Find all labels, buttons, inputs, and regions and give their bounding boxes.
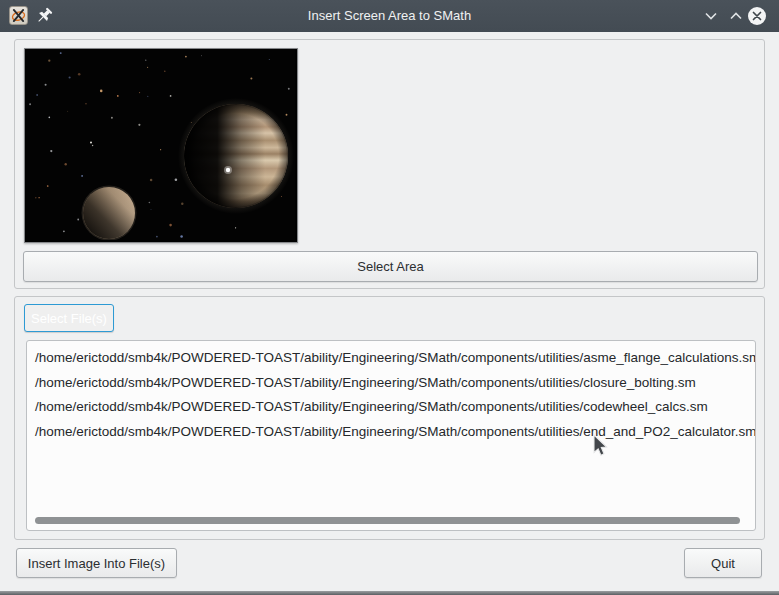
window-title: Insert Screen Area to SMath [0,0,779,32]
select-files-button[interactable]: Select File(s) [24,304,114,332]
list-item[interactable]: /home/erictodd/smb4k/POWDERED-TOAST/abil… [27,395,755,420]
insert-image-button[interactable]: Insert Image Into File(s) [16,548,177,578]
quit-button[interactable]: Quit [684,548,762,578]
pin-icon[interactable] [35,7,53,25]
screen-area-group: Select Area [14,39,765,289]
insert-screen-area-window: Insert Screen Area to SMath [0,0,779,595]
window-bottom-edge [0,591,779,595]
crescent-moon [82,186,137,241]
files-group: Select File(s) /home/erictodd/smb4k/POWD… [14,296,765,540]
close-icon [747,6,767,26]
moon-transit-dot [226,168,230,172]
list-item[interactable]: /home/erictodd/smb4k/POWDERED-TOAST/abil… [27,371,755,396]
minimize-button[interactable] [703,8,719,24]
space-preview-image [25,49,295,240]
captured-area-preview [24,48,298,243]
close-button[interactable] [747,6,767,26]
file-list-box[interactable]: /home/erictodd/smb4k/POWDERED-TOAST/abil… [26,340,756,531]
file-list: /home/erictodd/smb4k/POWDERED-TOAST/abil… [27,346,755,444]
app-menu-button[interactable] [9,6,28,25]
list-item[interactable]: /home/erictodd/smb4k/POWDERED-TOAST/abil… [27,346,755,371]
horizontal-scrollbar[interactable] [35,517,740,524]
chevron-up-icon [728,8,744,24]
maximize-button[interactable] [728,8,744,24]
titlebar[interactable]: Insert Screen Area to SMath [0,0,779,32]
list-item[interactable]: /home/erictodd/smb4k/POWDERED-TOAST/abil… [27,420,755,445]
chevron-down-icon [703,8,719,24]
jupiter-planet [178,98,294,214]
select-area-button[interactable]: Select Area [23,251,758,282]
x-app-logo-icon [11,8,26,23]
